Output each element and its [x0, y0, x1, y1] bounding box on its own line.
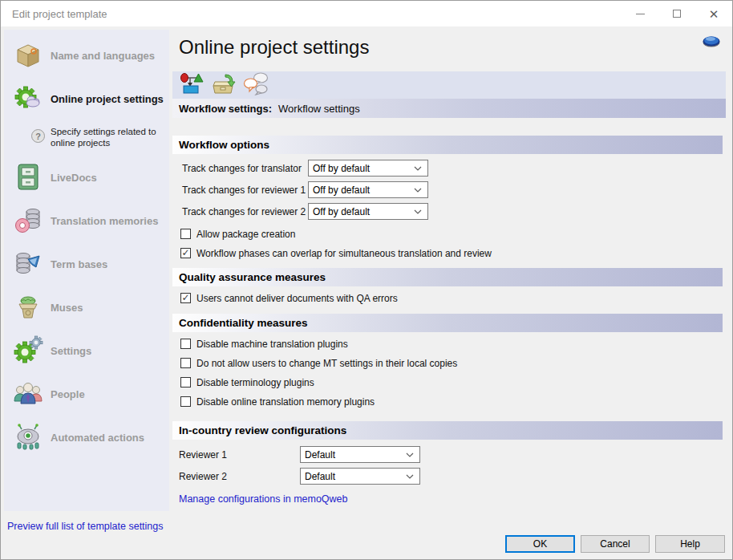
- checkbox-label: Users cannot deliver documents with QA e…: [196, 293, 398, 304]
- minimize-button[interactable]: [622, 1, 658, 26]
- field-label: Track changes for reviewer 1: [179, 185, 308, 196]
- gears-icon: [12, 335, 44, 367]
- no-mt-settings-change-checkbox[interactable]: ✓: [180, 358, 191, 368]
- section-title: Quality assurance measures: [179, 271, 326, 283]
- term-base-icon: [12, 248, 44, 280]
- sidebar-item-livedocs[interactable]: LiveDocs: [12, 161, 169, 193]
- filing-cabinet-icon: [12, 161, 44, 193]
- checkbox-label: Disable online translation memory plugin…: [196, 396, 375, 408]
- memoq-lens-icon: [702, 34, 721, 51]
- chat-bubbles-icon: [243, 71, 269, 99]
- main-panel: Online project settings: [172, 30, 726, 543]
- sidebar-item-label: Translation memories: [51, 215, 158, 227]
- track-changes-reviewer2-select[interactable]: Off by default: [308, 203, 428, 220]
- checkbox-label: Workflow phases can overlap for simultan…: [196, 248, 492, 259]
- no-mt-settings-change-row: ✓ Do not allow users to change MT settin…: [180, 357, 726, 369]
- chevron-down-icon: [414, 166, 422, 171]
- close-button[interactable]: ✕: [695, 1, 732, 26]
- sidebar-item-translation-memories[interactable]: Translation memories: [12, 205, 169, 237]
- field-label: Reviewer 1: [179, 449, 300, 461]
- chevron-down-icon: [414, 188, 422, 193]
- track-changes-reviewer1-select[interactable]: Off by default: [308, 181, 428, 198]
- window-title: Edit project template: [12, 8, 107, 20]
- checkbox-label: Allow package creation: [196, 229, 295, 240]
- field-label: Track changes for translator: [179, 163, 308, 174]
- chevron-down-icon: [406, 452, 414, 457]
- disable-terminology-plugins-checkbox[interactable]: ✓: [180, 377, 191, 388]
- section-title: Workflow options: [179, 139, 269, 151]
- disable-online-tm-plugins-checkbox[interactable]: ✓: [180, 396, 191, 407]
- tab-communication[interactable]: [240, 72, 272, 98]
- maximize-icon: [673, 10, 681, 18]
- selected-option: Default: [305, 471, 335, 482]
- track-changes-reviewer2-row: Track changes for reviewer 2 Off by defa…: [179, 203, 726, 220]
- ok-button[interactable]: OK: [505, 535, 575, 553]
- tab-packages[interactable]: [208, 72, 240, 98]
- sidebar: Name and languages: [4, 30, 169, 511]
- field-label: Reviewer 2: [179, 471, 300, 482]
- section-title: In-country review configurations: [179, 424, 346, 436]
- settings-sections: Workflow options Track changes for trans…: [172, 136, 726, 505]
- workflow-phases-overlap-checkbox[interactable]: ✓: [180, 248, 191, 258]
- tab-workflow-settings[interactable]: [176, 72, 208, 98]
- sidebar-item-settings[interactable]: Settings: [12, 335, 169, 367]
- minimize-icon: [636, 14, 645, 14]
- muse-icon: [12, 291, 44, 323]
- sidebar-item-name-and-languages[interactable]: Name and languages: [12, 39, 169, 71]
- sidebar-item-label: Online project settings: [51, 93, 164, 105]
- disable-online-tm-plugins-row: ✓ Disable online translation memory plug…: [180, 396, 726, 408]
- track-changes-translator-select[interactable]: Off by default: [308, 160, 428, 177]
- sidebar-item-online-project-settings[interactable]: Online project settings: [12, 83, 169, 115]
- people-icon: [12, 378, 44, 410]
- settings-tab-bar: [172, 71, 726, 99]
- selected-item-description-text: Specify settings related to online proje…: [51, 126, 169, 149]
- help-question-icon: ?: [31, 129, 45, 143]
- sidebar-item-label: Name and languages: [51, 50, 155, 62]
- qa-errors-row: ✓ Users cannot deliver documents with QA…: [180, 292, 726, 304]
- workflow-icon: [180, 72, 204, 98]
- allow-package-creation-checkbox[interactable]: ✓: [180, 229, 191, 239]
- sidebar-item-term-bases[interactable]: Term bases: [12, 248, 169, 280]
- cancel-button[interactable]: Cancel: [581, 535, 650, 553]
- check-icon: ✓: [181, 248, 189, 258]
- selected-tab-info-bar: Workflow settings: Workflow settings: [172, 99, 726, 118]
- selected-item-description: ? Specify settings related to online pro…: [31, 126, 169, 155]
- close-icon: ✕: [709, 8, 719, 20]
- preview-template-settings-link[interactable]: Preview full list of template settings: [7, 521, 164, 532]
- help-button[interactable]: Help: [655, 535, 725, 553]
- disable-mt-plugins-checkbox[interactable]: ✓: [180, 339, 191, 349]
- selected-tab-value: Workflow settings: [278, 103, 360, 115]
- maximize-button[interactable]: [658, 1, 695, 26]
- window-controls: ✕: [622, 1, 732, 26]
- checkbox-label: Disable machine translation plugins: [196, 339, 348, 350]
- sidebar-item-label: People: [51, 388, 85, 400]
- robot-icon: [12, 421, 44, 453]
- section-header-confidentiality: Confidentiality measures: [172, 314, 723, 332]
- dialog-buttons: OK Cancel Help: [505, 535, 725, 553]
- sidebar-item-people[interactable]: People: [12, 378, 169, 410]
- sidebar-item-muses[interactable]: Muses: [12, 291, 169, 323]
- reviewer2-config-select[interactable]: Default: [300, 468, 420, 485]
- manage-configurations-link[interactable]: Manage configurations in memoQweb: [179, 493, 348, 505]
- section-header-in-country-review: In-country review configurations: [172, 421, 723, 440]
- disable-terminology-plugins-row: ✓ Disable terminology plugins: [180, 376, 726, 388]
- page-title: Online project settings: [179, 36, 369, 59]
- check-icon: ✓: [181, 293, 189, 302]
- sidebar-item-label: Term bases: [51, 258, 107, 270]
- checkbox-label: Disable terminology plugins: [196, 377, 314, 388]
- edit-project-template-dialog: Edit project template ✕ Name and languag…: [0, 0, 733, 560]
- track-changes-reviewer1-row: Track changes for reviewer 1 Off by defa…: [179, 181, 726, 198]
- chevron-down-icon: [414, 209, 422, 214]
- sidebar-item-label: Settings: [51, 345, 91, 357]
- qa-errors-checkbox[interactable]: ✓: [180, 293, 191, 303]
- sidebar-item-label: Automated actions: [51, 432, 144, 444]
- track-changes-translator-row: Track changes for translator Off by defa…: [179, 160, 726, 177]
- field-label: Track changes for reviewer 2: [179, 206, 308, 217]
- selected-option: Default: [305, 449, 335, 461]
- gear-cloud-icon: [12, 83, 44, 115]
- section-title: Confidentiality measures: [179, 317, 308, 329]
- reviewer1-config-select[interactable]: Default: [300, 446, 420, 463]
- box-icon: [12, 39, 44, 71]
- section-header-workflow-options: Workflow options: [172, 136, 723, 154]
- sidebar-item-automated-actions[interactable]: Automated actions: [12, 421, 169, 453]
